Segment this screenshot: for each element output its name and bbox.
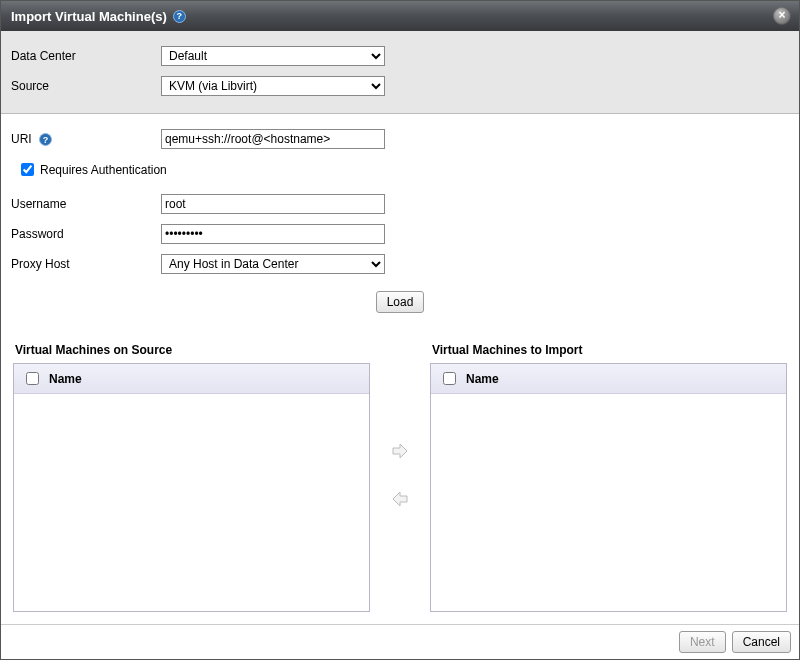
connection-form-section: URI ? Requires Authentication Username P… <box>1 114 799 337</box>
import-list-title: Virtual Machines to Import <box>430 337 787 363</box>
proxy-host-label: Proxy Host <box>11 257 161 271</box>
source-select[interactable]: KVM (via Libvirt) <box>161 76 385 96</box>
lists-area: Virtual Machines on Source Name <box>1 337 799 624</box>
proxy-host-select[interactable]: Any Host in Data Center <box>161 254 385 274</box>
import-select-all-checkbox[interactable] <box>443 372 456 385</box>
data-center-label: Data Center <box>11 49 161 63</box>
move-left-button[interactable] <box>389 488 411 510</box>
uri-row: URI ? <box>11 124 789 154</box>
top-form-section: Data Center Default Source KVM (via Libv… <box>1 31 799 114</box>
source-list-box: Name <box>13 363 370 612</box>
titlebar: Import Virtual Machine(s) ? × <box>1 1 799 31</box>
arrow-left-icon <box>390 489 410 509</box>
import-list-column: Virtual Machines to Import Name <box>430 337 787 612</box>
load-button-row: Load <box>11 279 789 331</box>
source-row: Source KVM (via Libvirt) <box>11 71 789 101</box>
source-name-column-header: Name <box>49 372 82 386</box>
data-center-select[interactable]: Default <box>161 46 385 66</box>
import-name-column-header: Name <box>466 372 499 386</box>
source-list-column: Virtual Machines on Source Name <box>13 337 370 612</box>
dialog-title: Import Virtual Machine(s) <box>11 9 167 24</box>
source-list-title: Virtual Machines on Source <box>13 337 370 363</box>
transfer-arrows <box>370 337 430 612</box>
title-help-icon[interactable]: ? <box>173 10 186 23</box>
username-label: Username <box>11 197 161 211</box>
uri-input[interactable] <box>161 129 385 149</box>
password-row: Password <box>11 219 789 249</box>
uri-help-icon[interactable]: ? <box>39 133 52 146</box>
uri-label: URI ? <box>11 132 161 146</box>
data-center-row: Data Center Default <box>11 41 789 71</box>
username-input[interactable] <box>161 194 385 214</box>
requires-auth-row: Requires Authentication <box>11 154 789 189</box>
import-list-body <box>431 394 786 611</box>
source-list-header: Name <box>14 364 369 394</box>
load-button[interactable]: Load <box>376 291 425 313</box>
close-button[interactable]: × <box>773 7 791 25</box>
import-list-box: Name <box>430 363 787 612</box>
username-row: Username <box>11 189 789 219</box>
dialog-footer: Next Cancel <box>1 624 799 659</box>
cancel-button[interactable]: Cancel <box>732 631 791 653</box>
arrow-right-icon <box>390 441 410 461</box>
import-vm-dialog: Import Virtual Machine(s) ? × Data Cente… <box>0 0 800 660</box>
requires-auth-checkbox[interactable] <box>21 163 34 176</box>
password-label: Password <box>11 227 161 241</box>
next-button[interactable]: Next <box>679 631 726 653</box>
move-right-button[interactable] <box>389 440 411 462</box>
requires-auth-label: Requires Authentication <box>40 163 167 177</box>
source-label: Source <box>11 79 161 93</box>
password-input[interactable] <box>161 224 385 244</box>
proxy-host-row: Proxy Host Any Host in Data Center <box>11 249 789 279</box>
import-list-header: Name <box>431 364 786 394</box>
source-select-all-checkbox[interactable] <box>26 372 39 385</box>
source-list-body <box>14 394 369 611</box>
close-icon: × <box>778 8 785 22</box>
